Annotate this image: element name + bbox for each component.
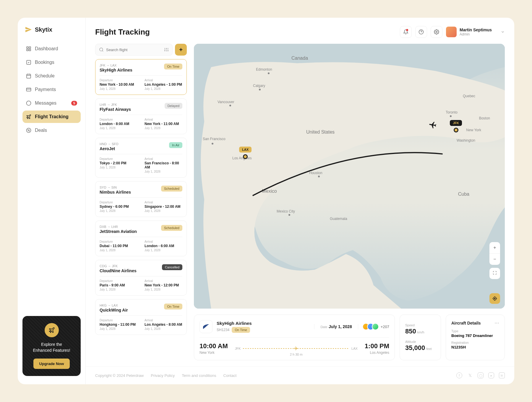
arrival-label: Arrival [145, 319, 182, 322]
map-label-us: United States [306, 129, 335, 135]
youtube-icon[interactable]: ▸ [488, 372, 494, 378]
airport-jfk[interactable]: JFK [450, 120, 462, 132]
detail-airline: SkyHigh Airlines [217, 321, 252, 326]
promo-line2: Enhanced Features! [27, 348, 76, 353]
page-title: Flight Tracking [95, 27, 150, 37]
flight-airline: FlyFast Airways [100, 107, 131, 112]
paper-plane-icon [25, 26, 32, 33]
departure-date: July 1, 2028 [100, 249, 137, 252]
avatar [446, 27, 457, 37]
copyright: Copyright © 2024 Peterdraw [95, 373, 144, 378]
departure-label: Departure [100, 157, 137, 161]
svg-point-30 [494, 298, 495, 299]
nav-schedule[interactable]: Schedule [22, 70, 81, 82]
app-container: Skytix Dashboard Bookings Schedule Payme… [18, 18, 514, 384]
arrival-value: London - 6:00 AM [145, 244, 182, 248]
help-button[interactable] [415, 26, 427, 38]
passenger-avatar [372, 323, 379, 330]
arrival-date: July 1, 2028 [145, 87, 182, 90]
user-menu[interactable]: Martin Septimus Admin [446, 27, 505, 37]
flight-airline: CloudNine Airlines [100, 268, 137, 273]
fullscreen-control [489, 268, 500, 279]
search-input[interactable] [106, 48, 162, 52]
dep-time: 10:00 AM [200, 342, 228, 350]
grid-icon [26, 46, 31, 51]
logo[interactable]: Skytix [22, 26, 81, 33]
nav-flight-tracking[interactable]: Flight Tracking [22, 111, 81, 123]
passengers[interactable]: +207 [362, 323, 389, 330]
zoom-in-button[interactable]: + [489, 242, 500, 253]
arrival-label: Arrival [145, 118, 182, 121]
airline-logo [200, 320, 213, 333]
duration: 2 h 30 m [290, 353, 303, 356]
arrival-value: Los Angeles - 8:00 AM [145, 322, 182, 327]
flight-card[interactable]: HKG → LAXQuickWing AirOn TimeDepartureHo… [95, 299, 187, 335]
sidebar: Skytix Dashboard Bookings Schedule Payme… [18, 18, 86, 384]
departure-value: Dubai - 11:00 PM [100, 244, 137, 248]
flight-card[interactable]: CDG → JFKCloudNine AirlinesCancelledDepa… [95, 260, 187, 296]
upgrade-button[interactable]: Upgrade Now [33, 359, 70, 369]
notifications-button[interactable] [400, 26, 412, 38]
svg-rect-3 [29, 49, 31, 51]
flight-card[interactable]: DXB → LHRJetStream AviationScheduledDepa… [95, 221, 187, 256]
flight-route: SYD → SIN [100, 186, 131, 189]
instagram-icon[interactable]: ◯ [478, 372, 484, 378]
contact-link[interactable]: Contact [223, 373, 237, 378]
add-flight-button[interactable]: + [175, 44, 187, 56]
right-panel: Canada Edmonton Calgary Vancouver Quebec… [194, 44, 505, 360]
brand-name: Skytix [35, 26, 52, 33]
linkedin-icon[interactable]: in [499, 372, 505, 378]
footer-links: Privacy Policy Term and conditions Conta… [151, 373, 236, 378]
zoom-out-button[interactable]: − [489, 253, 500, 265]
privacy-link[interactable]: Privacy Policy [151, 373, 175, 378]
svg-point-14 [28, 129, 28, 130]
arrival-label: Arrival [145, 279, 182, 283]
arrival-label: Arrival [145, 240, 182, 243]
social-links: f 𝕏 ◯ ▸ in [456, 372, 505, 378]
footer: Copyright © 2024 Peterdraw Privacy Polic… [86, 366, 514, 384]
facebook-icon[interactable]: f [456, 372, 462, 378]
nav-dashboard[interactable]: Dashboard [22, 43, 81, 55]
nav-messages[interactable]: Messages5 [22, 97, 81, 109]
settings-button[interactable] [431, 26, 442, 38]
x-icon[interactable]: 𝕏 [467, 372, 473, 378]
flight-airline: AeroJet [100, 146, 119, 151]
passenger-count: +207 [381, 325, 389, 329]
search-row: + [95, 44, 187, 56]
percent-icon [26, 128, 31, 133]
more-icon[interactable]: ⋯ [494, 320, 499, 326]
departure-label: Departure [100, 240, 137, 243]
dep-code: JFK [235, 347, 241, 350]
filter-icon[interactable] [164, 47, 169, 52]
nav-payments[interactable]: Payments [22, 83, 81, 96]
map-label-mexico: Mexico [262, 189, 277, 194]
credit-card-icon [26, 87, 31, 92]
header-actions: Martin Septimus Admin [400, 26, 505, 38]
user-name: Martin Septimus [460, 27, 492, 32]
aircraft-title: Aircraft Details [451, 321, 481, 325]
nav-deals[interactable]: Deals [22, 124, 81, 137]
departure-label: Departure [100, 279, 137, 283]
flight-card[interactable]: LHR → JFKFlyFast AirwaysDelayedDeparture… [95, 98, 187, 134]
status-badge: On Time [164, 304, 182, 309]
flight-card[interactable]: SYD → SINNimbus AirlinesScheduledDepartu… [95, 181, 187, 217]
promo-card: Explore the Enhanced Features! Upgrade N… [22, 316, 81, 376]
arrival-date: July 1, 2028 [145, 209, 182, 213]
flight-card[interactable]: JFK → LAXSkyHigh AirlinesOn TimeDepartur… [95, 59, 187, 95]
departure-value: Paris - 9:00 AM [100, 283, 137, 287]
speed-label: Speed [405, 323, 435, 327]
flight-card[interactable]: HND → SFOAeroJetIn AirDepartureTokyo - 2… [95, 138, 187, 178]
arr-code: LAX [351, 347, 358, 350]
departure-date: July 1, 2028 [100, 127, 137, 130]
header: Flight Tracking Martin Septimus Admin [86, 18, 514, 44]
arrival-date: July 1, 2028 [145, 127, 182, 130]
flight-route: JFK → LAX [100, 64, 132, 67]
svg-rect-5 [27, 74, 31, 78]
fullscreen-button[interactable] [489, 268, 500, 279]
search-box[interactable] [95, 44, 173, 56]
nav-bookings[interactable]: Bookings [22, 56, 81, 69]
airport-lax[interactable]: LAX [239, 147, 252, 159]
locate-button[interactable] [489, 293, 500, 304]
map[interactable]: Canada Edmonton Calgary Vancouver Quebec… [194, 44, 505, 309]
terms-link[interactable]: Term and conditions [182, 373, 216, 378]
